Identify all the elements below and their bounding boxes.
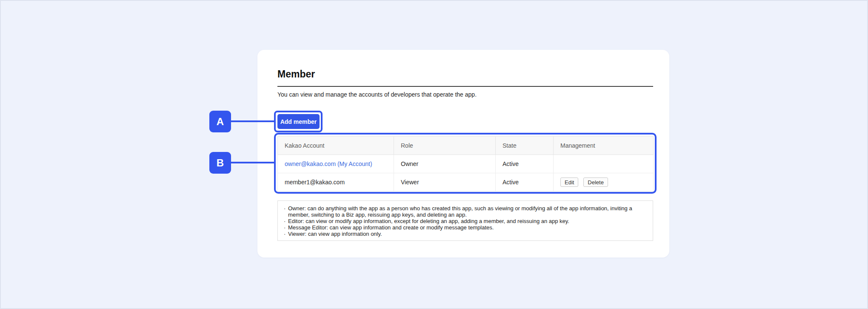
table-row-member1: member1@kakao.com Viewer Active Edit Del… (278, 173, 654, 192)
column-header-state: State (496, 137, 554, 155)
note-editor: · Editor: can view or modify app informa… (284, 218, 645, 224)
owner-management-cell (554, 155, 654, 173)
annotation-line-a (230, 120, 276, 122)
owner-role-cell: Owner (394, 155, 496, 173)
column-header-role: Role (394, 137, 496, 155)
page-background: Member You can view and manage the accou… (0, 0, 868, 309)
add-member-button[interactable]: Add member (277, 114, 320, 129)
bullet-icon: · (284, 231, 288, 237)
column-header-kakao-account: Kakao Account (278, 137, 394, 155)
title-divider (277, 86, 653, 87)
member1-role-cell: Viewer (394, 173, 496, 192)
annotation-marker-b: B (209, 152, 231, 174)
note-viewer: · Viewer: can view app information only. (284, 231, 645, 237)
owner-account-link[interactable]: owner@kakao.com (My Account) (278, 155, 394, 173)
member1-state-cell: Active (496, 173, 554, 192)
bullet-icon: · (284, 218, 288, 224)
note-message-editor: · Message Editor: can view app informati… (284, 224, 645, 231)
owner-state-cell: Active (496, 155, 554, 173)
member1-account-cell: member1@kakao.com (278, 173, 394, 192)
bullet-icon: · (284, 205, 288, 218)
annotation-line-b (230, 162, 276, 163)
member-card: Member You can view and manage the accou… (257, 50, 669, 258)
bullet-icon: · (284, 224, 288, 231)
table-header-row: Kakao Account Role State Management (278, 137, 654, 155)
annotation-marker-a: A (209, 111, 231, 132)
role-notes-box: · Owner: can do anything with the app as… (277, 200, 653, 241)
page-title: Member (277, 68, 315, 80)
edit-button[interactable]: Edit (560, 177, 578, 187)
member-table: Kakao Account Role State Management owne… (277, 136, 654, 192)
delete-button[interactable]: Delete (583, 177, 608, 187)
note-owner: · Owner: can do anything with the app as… (284, 205, 645, 218)
column-header-management: Management (554, 137, 654, 155)
member1-management-cell: Edit Delete (554, 173, 654, 192)
table-row-owner: owner@kakao.com (My Account) Owner Activ… (278, 155, 654, 173)
page-description: You can view and manage the accounts of … (277, 91, 653, 99)
